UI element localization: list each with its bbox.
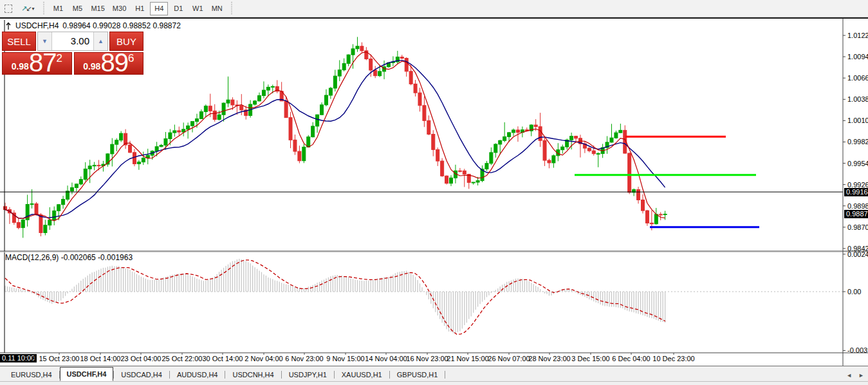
timeframe-h4[interactable]: H4 (150, 2, 168, 15)
macd-axis-label: 0.00 (847, 288, 861, 296)
symbol-tab-bar: EURUSD,H4 USDCHF,H4 USDCAD,H4 AUDUSD,H4 … (0, 366, 868, 381)
date-axis-label: 21 Nov 15:00 (447, 355, 488, 362)
price-axis-label: 1.00660 (847, 74, 868, 82)
tab-usdcad-h4[interactable]: USDCAD,H4 (114, 368, 169, 381)
tab-usdchf-h4[interactable]: USDCHF,H4 (60, 367, 114, 381)
top-toolbar: ↗↙▾ M1 M5 M15 M30 H1 H4 D1 W1 MN (0, 0, 868, 17)
buy-price-prefix: 0.98 (83, 59, 100, 73)
date-axis-label: 23 Oct 04:00 (121, 355, 162, 362)
price-axis-label: 1.00940 (847, 53, 868, 61)
date-axis-label: 28 Nov 23:00 (528, 355, 570, 362)
tab-usdcnh-h4[interactable]: USDCNH,H4 (225, 368, 281, 381)
macd-indicator-label: MACD(12,26,9) -0.002065 -0.001963 (5, 253, 133, 262)
price-axis-label: 0.99820 (847, 138, 868, 146)
price-axis-label: 1.00380 (847, 95, 868, 103)
date-axis-label: 18 Oct 14:00 (80, 355, 121, 362)
date-axis-label: 26 Nov 07:00 (488, 355, 530, 362)
date-axis-label: 6 Nov 23:00 (285, 355, 323, 362)
date-axis-label: 6 Dec 04:00 (612, 355, 650, 362)
tab-xauusd-h1[interactable]: XAUUSD,H1 (335, 368, 389, 381)
dashed-selection-icon (5, 5, 12, 13)
volume-value[interactable]: 3.00 (52, 32, 93, 50)
tab-scroll-right-button[interactable]: ► (858, 372, 864, 379)
date-axis-label: 16 Nov 23:00 (406, 355, 448, 362)
timeframe-m30[interactable]: M30 (109, 2, 129, 15)
tab-separator (445, 371, 445, 379)
tab-usdjpy-h1[interactable]: USDJPY,H1 (282, 368, 334, 381)
sell-price-sup: 2 (56, 54, 62, 62)
date-axis-label: 9 Nov 15:00 (326, 355, 364, 362)
date-axis-label: 2 Nov 04:00 (245, 355, 282, 362)
volume-decrease-button[interactable]: ▼ (38, 32, 52, 50)
status-bar (0, 381, 868, 385)
price-axis-label: 0.98700 (847, 223, 868, 231)
tab-scroll-left-button[interactable]: ◄ (846, 372, 852, 379)
macd-axis-label: -0.003913 (847, 346, 868, 354)
timeframe-mn[interactable]: MN (208, 2, 226, 15)
volume-increase-button[interactable]: ▲ (93, 32, 107, 50)
chart-window: USDCHF,H4 0.98964 0.99028 0.98852 0.9887… (0, 17, 868, 366)
date-axis-label: 15 Oct 23:00 (39, 355, 80, 362)
cycle-symbols-button[interactable]: ↗↙▾ (17, 1, 38, 15)
tab-eurusd-h4[interactable]: EURUSD,H4 (4, 368, 59, 381)
tab-audusd-h4[interactable]: AUDUSD,H4 (170, 368, 225, 381)
dropdown-caret-icon: ▾ (32, 6, 34, 12)
toolbar-separator (41, 2, 46, 15)
price-axis-label: 0.98980 (847, 202, 868, 210)
timeframe-m1[interactable]: M1 (49, 2, 67, 15)
chart-symbol-icon (5, 22, 12, 30)
selection-box-button[interactable] (1, 1, 16, 15)
toolbar-separator (229, 2, 234, 15)
date-axis-label: 3 Dec 15:00 (571, 355, 609, 362)
date-axis-label: 14 Nov 04:00 (365, 355, 407, 362)
timeframe-d1[interactable]: D1 (169, 2, 187, 15)
sell-price-big: 87 (29, 52, 57, 73)
timeframe-w1[interactable]: W1 (189, 2, 207, 15)
buy-price-big: 89 (100, 52, 128, 73)
cycle-arrows-icon: ↗↙ (21, 5, 30, 13)
partial-date-label: 8 (32, 355, 35, 362)
buy-price-sup: 6 (128, 54, 134, 62)
date-axis-label: 25 Oct 22:00 (162, 355, 203, 362)
buy-price-box[interactable]: 0.98896 (74, 52, 144, 75)
price-axis-label: 1.00100 (847, 117, 868, 124)
price-tag: 0.99163 (844, 188, 868, 196)
date-axis-label: 10 Dec 23:00 (652, 355, 694, 362)
date-axis-label: 30 Oct 14:00 (203, 355, 243, 362)
sell-price-box[interactable]: 0.98872 (2, 52, 72, 75)
price-axis-label: 0.99540 (847, 160, 868, 167)
up-arrow-icon: ▲ (98, 38, 104, 44)
one-click-trading-panel: SELL ▼ 3.00 ▲ BUY 0.98872 0.98896 (2, 32, 143, 75)
timeframe-h1[interactable]: H1 (131, 2, 149, 15)
sell-price-prefix: 0.98 (12, 59, 29, 73)
chart-ohlc-values: 0.98964 0.99028 0.98852 0.98872 (62, 21, 181, 30)
price-tag: 0.98872 (844, 210, 868, 218)
chart-symbol-label: USDCHF,H4 (15, 21, 59, 30)
tab-gbpusd-h1[interactable]: GBPUSD,H1 (390, 368, 445, 381)
timeframe-m5[interactable]: M5 (68, 2, 86, 15)
macd-axis-label: 0.002492 (847, 250, 868, 258)
chart-header: USDCHF,H4 0.98964 0.99028 0.98852 0.9887… (5, 21, 181, 30)
price-axis-label: 1.01220 (847, 32, 868, 39)
down-arrow-icon: ▼ (42, 38, 48, 44)
timeframe-m15[interactable]: M15 (88, 2, 107, 15)
